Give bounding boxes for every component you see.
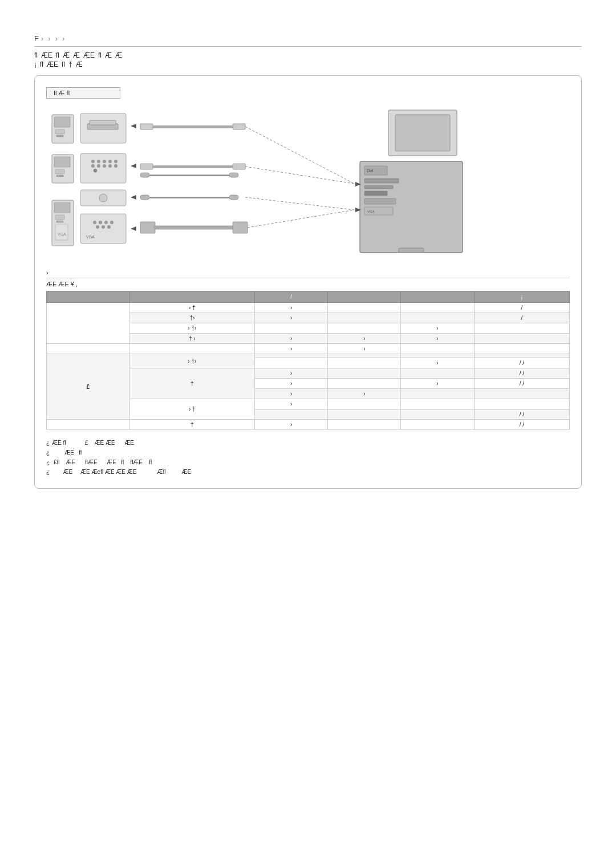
svg-point-32 <box>96 225 99 229</box>
cell: › <box>401 334 474 344</box>
svg-point-30 <box>99 194 107 202</box>
table-section-title: › <box>46 269 570 278</box>
cell <box>474 389 569 399</box>
cable-dvi <box>140 164 245 177</box>
svg-point-36 <box>99 221 102 224</box>
svg-point-20 <box>103 164 106 168</box>
cell <box>401 303 474 313</box>
cell <box>401 389 474 399</box>
svg-rect-62 <box>364 191 387 196</box>
note-1: ¿ ÆE fl £ ÆE ÆE ÆE <box>46 438 570 448</box>
svg-point-22 <box>114 164 117 168</box>
svg-point-25 <box>103 160 106 163</box>
svg-rect-5 <box>54 157 70 167</box>
svg-point-38 <box>110 221 114 224</box>
svg-rect-48 <box>229 173 238 177</box>
cell <box>47 420 130 430</box>
svg-rect-51 <box>229 195 238 200</box>
svg-rect-66 <box>399 248 424 253</box>
svg-rect-45 <box>233 164 245 169</box>
svg-rect-44 <box>153 165 233 168</box>
svg-rect-11 <box>56 221 63 222</box>
breadcrumb-item-1: F <box>34 34 39 43</box>
breadcrumb-sep-3: › <box>55 34 58 43</box>
cell <box>328 379 401 389</box>
breadcrumb-sep-4: › <box>62 34 64 43</box>
cell: › <box>255 344 328 354</box>
svg-rect-47 <box>149 175 229 176</box>
cell <box>401 313 474 323</box>
arrow-3 <box>131 195 136 200</box>
cell <box>328 358 401 368</box>
arrow-1 <box>131 124 136 128</box>
col-header-6: ¡ <box>474 291 569 303</box>
svg-rect-60 <box>364 178 399 183</box>
cell: / <box>474 303 569 313</box>
cell: / / <box>474 409 569 420</box>
cell: › <box>328 344 401 354</box>
diagram-label: fl Æ fl <box>46 87 120 99</box>
note-4: ¿ ÆE ÆE Æefl ÆE ÆE ÆE Æfl ÆE <box>46 467 570 477</box>
table-header-row: / ¡ <box>47 291 570 303</box>
cell <box>401 409 474 420</box>
svg-rect-50 <box>149 197 229 198</box>
cell: † <box>129 420 255 430</box>
svg-rect-52 <box>140 222 155 233</box>
cell: / / <box>474 358 569 368</box>
pc-unit-3: VGA <box>52 200 74 246</box>
svg-point-23 <box>91 160 95 163</box>
page-header: fl ÆE fl Æ Æ ÆE fl Æ Æ ¡ fl ÆE fl † Æ <box>34 51 582 68</box>
port-box-vga: VGA <box>80 214 126 244</box>
cell <box>401 399 474 409</box>
header-line2: ¡ fl ÆE fl † Æ <box>34 60 582 68</box>
svg-text:VGA: VGA <box>367 210 375 213</box>
diagram-svg: VGA <box>46 104 514 258</box>
connection-diagram: VGA <box>46 104 570 260</box>
port-box-small <box>80 190 126 206</box>
svg-rect-16 <box>90 120 116 125</box>
col-header-5 <box>401 291 474 303</box>
cable-small <box>140 195 238 200</box>
cell: › † <box>129 303 255 313</box>
header-line1: fl ÆE fl Æ Æ ÆE fl Æ Æ <box>34 51 582 59</box>
svg-text:DVI: DVI <box>367 169 374 173</box>
col-header-4 <box>328 291 401 303</box>
cell: † › <box>129 334 255 344</box>
cell <box>401 344 474 354</box>
svg-rect-43 <box>140 164 153 169</box>
dotline-3 <box>245 197 354 210</box>
cell: / / <box>474 368 569 379</box>
cable-hdmi <box>140 124 245 129</box>
svg-point-28 <box>94 169 97 172</box>
pc-unit-1 <box>52 115 74 143</box>
dotline-1 <box>245 127 354 184</box>
cell <box>474 354 569 358</box>
cell: › <box>255 420 328 430</box>
svg-rect-46 <box>140 173 149 177</box>
group-2-label: £ <box>47 354 130 420</box>
port-box-hdmi <box>80 113 126 143</box>
svg-point-24 <box>97 160 100 163</box>
cell <box>328 303 401 313</box>
cell: / / <box>474 420 569 430</box>
cell: › <box>328 389 401 399</box>
note-3: ¿ £fl ÆE flÆE ÆE fl flÆE fl <box>46 457 570 467</box>
cell <box>401 368 474 379</box>
cell: › <box>255 334 328 344</box>
svg-text:VGA: VGA <box>58 232 66 236</box>
table-row: † › / / <box>47 420 570 430</box>
breadcrumb-sep-2: › <box>48 34 50 43</box>
cable-vga <box>140 222 248 233</box>
arrow-2 <box>131 164 136 168</box>
cell <box>328 323 401 334</box>
cell: › <box>255 303 328 313</box>
cell <box>328 399 401 409</box>
svg-rect-17 <box>80 153 126 183</box>
note-2: ¿ ÆE fl <box>46 448 570 457</box>
col-header-3: / <box>255 291 328 303</box>
table-label: ÆE ÆE ¥ , <box>46 281 570 287</box>
svg-rect-63 <box>364 198 396 204</box>
table-row: › › <box>47 344 570 354</box>
port-box-dvi <box>80 153 126 183</box>
cell <box>474 399 569 409</box>
